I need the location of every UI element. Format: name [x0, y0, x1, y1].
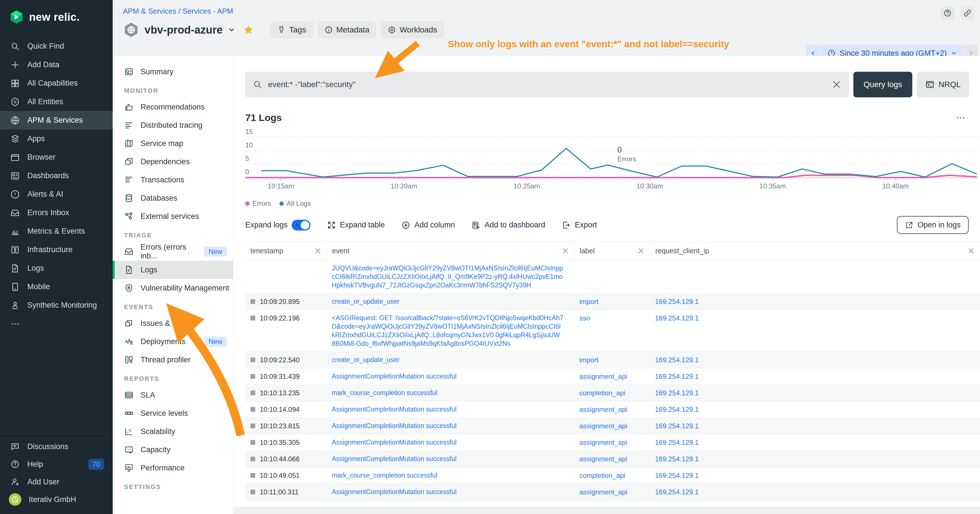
- help-button[interactable]: [941, 6, 955, 20]
- table-row[interactable]: 10:10:23.815AssignmentCompletionMutation…: [245, 418, 980, 434]
- table-row[interactable]: 10:10:14.094AssignmentCompletionMutation…: [245, 401, 980, 418]
- event-link[interactable]: AssignmentCompletionMutation successful: [332, 372, 457, 380]
- remove-column-icon[interactable]: [637, 247, 645, 255]
- sidebar-item-alerts-ai[interactable]: Alerts & AI: [0, 185, 113, 204]
- event-link[interactable]: <ASGIRequest: GET '/sso/callback/?state=…: [332, 314, 563, 347]
- label-link[interactable]: assignment_api: [579, 439, 627, 446]
- expand-logs-toggle[interactable]: [292, 220, 310, 231]
- table-row[interactable]: 10:10:44.066AssignmentCompletionMutation…: [245, 451, 980, 467]
- ip-link[interactable]: 169.254.129.1: [655, 314, 698, 322]
- sidebar-item-metrics-events[interactable]: Metrics & Events: [0, 222, 113, 240]
- sidenav-item-dependencies[interactable]: Dependencies: [113, 153, 233, 171]
- table-row[interactable]: 10:10:49.051mark_course_completion succe…: [245, 467, 980, 484]
- ip-link[interactable]: 169.254.129.1: [655, 356, 698, 364]
- clear-query-icon[interactable]: [832, 80, 842, 89]
- event-link[interactable]: AssignmentCompletionMutation successful: [332, 439, 457, 446]
- event-link[interactable]: create_or_update_user: [332, 356, 399, 363]
- event-link[interactable]: AssignmentCompletionMutation successful: [332, 455, 457, 463]
- tab-workloads[interactable]: Workloads: [381, 22, 444, 38]
- remove-column-icon[interactable]: [562, 247, 569, 255]
- ip-link[interactable]: 169.254.129.1: [655, 455, 698, 463]
- sidenav-item-service-map[interactable]: Service map: [113, 134, 233, 153]
- label-link[interactable]: import: [579, 298, 598, 306]
- sidenav-item-service-levels[interactable]: Service levels: [113, 404, 233, 422]
- table-row[interactable]: 10:09:22.196<ASGIRequest: GET '/sso/call…: [245, 310, 980, 352]
- label-link[interactable]: assignment_api: [579, 422, 627, 430]
- sidebar-item-quick-find[interactable]: Quick Find: [0, 37, 113, 56]
- sidebar-item-add-data[interactable]: Add Data: [0, 56, 113, 74]
- breadcrumb-services-apm[interactable]: Services - APM: [183, 7, 233, 15]
- label-link[interactable]: completion_api: [579, 389, 625, 397]
- event-link[interactable]: JUQVU&code=eyJraWQiOiJjcGltY29yZV8wOTI1M…: [332, 264, 563, 289]
- sidenav-item-logs[interactable]: Logs: [113, 261, 233, 279]
- sidenav-item-external-services[interactable]: External services: [113, 207, 233, 225]
- ip-link[interactable]: 169.254.129.1: [655, 372, 698, 380]
- logs-chart[interactable]: 15105010:15am10:20am10:25am10:30am10:35a…: [245, 127, 980, 198]
- sidebar-item-errors-inbox[interactable]: Errors Inbox: [0, 204, 113, 222]
- sidebar-item-discussions[interactable]: Discussions: [0, 438, 113, 455]
- sidebar-item-all-entities[interactable]: All Entities: [0, 92, 113, 111]
- chevron-down-icon[interactable]: [228, 26, 235, 34]
- label-link[interactable]: assignment_api: [579, 372, 627, 380]
- sidebar-item-all-capabilities[interactable]: All Capabilities: [0, 74, 113, 92]
- tab-metadata[interactable]: Metadata: [318, 22, 377, 38]
- sidenav-item-performance[interactable]: Performance: [113, 459, 233, 477]
- label-link[interactable]: assignment_api: [579, 406, 627, 413]
- ip-link[interactable]: 169.254.129.1: [655, 488, 698, 496]
- tab-tags[interactable]: Tags: [270, 22, 313, 38]
- sidenav-item-recommendations[interactable]: Recommendations: [113, 98, 233, 116]
- event-link[interactable]: AssignmentCompletionMutation successful: [332, 488, 457, 495]
- event-link[interactable]: mark_course_completion successful: [332, 472, 438, 479]
- favorite-star-icon[interactable]: [243, 24, 254, 35]
- table-row[interactable]: 10:11:00.311AssignmentCompletionMutation…: [245, 484, 980, 500]
- sidenav-item-vulnerability-management[interactable]: Vulnerability Management: [113, 279, 233, 297]
- log-query-input[interactable]: event:* -"label":"security": [245, 72, 849, 97]
- ip-link[interactable]: 169.254.129.1: [655, 298, 698, 306]
- sidebar-item-infrastructure[interactable]: Infrastructure: [0, 240, 113, 259]
- sidebar-item-logs[interactable]: Logs: [0, 259, 113, 277]
- label-link[interactable]: sso: [579, 314, 590, 322]
- event-link[interactable]: create_or_update_user: [332, 298, 399, 305]
- sidenav-item-summary[interactable]: Summary: [113, 63, 233, 81]
- sidenav-item-sla[interactable]: SLA: [113, 386, 233, 404]
- sidenav-item-issues-activity[interactable]: Issues & activity: [113, 314, 233, 333]
- log-query-value[interactable]: event:* -"label":"security": [268, 80, 826, 89]
- sidebar-item-apps[interactable]: Apps: [0, 129, 113, 148]
- ip-link[interactable]: 169.254.129.1: [655, 472, 698, 479]
- sidenav-item-errors-errors-inb[interactable]: Errors (errors inb...New: [113, 242, 233, 261]
- sidebar-item-browser[interactable]: Browser: [0, 148, 113, 167]
- table-row[interactable]: 10:10:35.305AssignmentCompletionMutation…: [245, 434, 980, 451]
- sidenav-item-databases[interactable]: Databases: [113, 189, 233, 207]
- expand-table-button[interactable]: Expand table: [327, 221, 385, 230]
- table-row[interactable]: JUQVU&code=eyJraWQiOiJjcGltY29yZV8wOTI1M…: [245, 260, 980, 293]
- ip-link[interactable]: 169.254.129.1: [655, 422, 698, 430]
- more-options-icon[interactable]: [956, 113, 966, 123]
- sidenav-item-distributed-tracing[interactable]: Distributed tracing: [113, 116, 233, 134]
- sidenav-item-transactions[interactable]: Transactions: [113, 171, 233, 189]
- sidebar-item-item[interactable]: [0, 315, 113, 333]
- remove-column-icon[interactable]: [967, 247, 975, 255]
- event-link[interactable]: AssignmentCompletionMutation successful: [332, 406, 457, 413]
- remove-column-icon[interactable]: [314, 247, 321, 255]
- sidebar-item-synthetic-monitoring[interactable]: Synthetic Monitoring: [0, 296, 113, 315]
- sidebar-item-iterativ-gmbh[interactable]: Iterativ GmbH: [0, 491, 113, 508]
- label-link[interactable]: completion_api: [579, 472, 625, 479]
- sidebar-item-mobile[interactable]: Mobile: [0, 277, 113, 296]
- legend-item-all-logs[interactable]: All Logs: [280, 199, 311, 207]
- table-row[interactable]: 10:09:20.895create_or_update_userimport1…: [245, 293, 980, 310]
- label-link[interactable]: assignment_api: [579, 455, 627, 463]
- nrql-button[interactable]: NRQL: [917, 72, 969, 97]
- sidebar-item-apm-services[interactable]: APM & Services: [0, 111, 113, 129]
- sidenav-item-capacity[interactable]: Capacity: [113, 441, 233, 459]
- new-relic-logo[interactable]: new relic.: [0, 0, 113, 25]
- export-button[interactable]: Export: [562, 221, 597, 230]
- table-row[interactable]: 10:09:31.439AssignmentCompletionMutation…: [245, 368, 980, 385]
- query-logs-button[interactable]: Query logs: [853, 72, 912, 97]
- event-link[interactable]: AssignmentCompletionMutation successful: [332, 422, 457, 430]
- copy-link-button[interactable]: [961, 6, 974, 20]
- label-link[interactable]: import: [579, 356, 598, 364]
- legend-item-errors[interactable]: Errors: [245, 199, 271, 207]
- event-link[interactable]: mark_course_completion successful: [332, 389, 438, 396]
- breadcrumb-apm-services[interactable]: APM & Services: [123, 7, 177, 15]
- ip-link[interactable]: 169.254.129.1: [655, 406, 698, 413]
